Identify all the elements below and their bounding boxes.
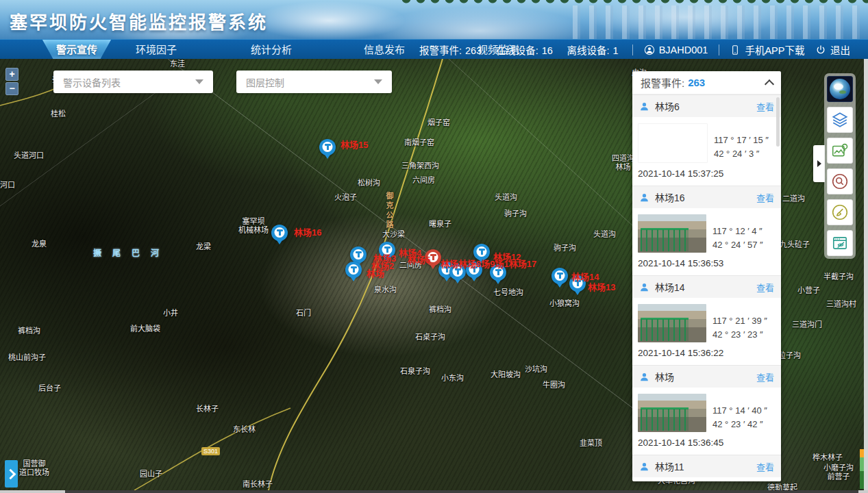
- alarm-events-panel: 报警事件: 263 林场6查看117 ° 17 ′ 15 ″42 ° 24 ′ …: [632, 71, 781, 481]
- chevron-down-icon: [195, 79, 203, 84]
- alarm-item-name: 林场11: [655, 459, 684, 473]
- chevron-right-icon: [5, 468, 16, 479]
- user-icon: [639, 101, 649, 112]
- map-marker-pin[interactable]: [271, 225, 288, 241]
- zoom-out-button[interactable]: −: [5, 82, 18, 95]
- alarm-item-name: 林场14: [655, 280, 685, 294]
- alarm-coordinates: 117 ° 21 ′ 39 ″42 ° 23 ′ 23 ″: [712, 304, 767, 342]
- alarm-coordinates: 117 ° 14 ′ 40 ″42 ° 23 ′ 42 ″: [712, 394, 767, 432]
- alarm-item-name: 林场6: [655, 99, 680, 113]
- alarm-item-header[interactable]: 林场14查看: [632, 275, 781, 298]
- user-icon: [639, 282, 649, 292]
- collapse-panel-icon[interactable]: [765, 79, 774, 88]
- map-marker-pin[interactable]: [345, 262, 362, 278]
- marker-label: 林场: [367, 266, 384, 279]
- marker-label: 林场5: [408, 253, 430, 266]
- basemap-globe-button[interactable]: [827, 76, 853, 102]
- alarm-item: 林场14查看117 ° 21 ′ 39 ″42 ° 23 ′ 23 ″2021-…: [632, 275, 781, 365]
- alarm-item-body: 117 ° 14 ′ 40 ″42 ° 23 ′ 42 ″: [632, 388, 781, 432]
- alarm-list: 林场6查看117 ° 17 ′ 15 ″42 ° 24 ′ 3 ″2021-10…: [632, 94, 781, 481]
- map-pin-icon: [831, 142, 849, 160]
- marker-label: 林场16: [294, 225, 321, 238]
- mini-scale-bar: [860, 449, 864, 489]
- arrow-right-icon: [817, 160, 821, 167]
- view-link[interactable]: 查看: [756, 370, 774, 383]
- alarm-thumbnail[interactable]: [638, 394, 706, 432]
- view-link[interactable]: 查看: [756, 191, 774, 204]
- alarm-item-header[interactable]: 林场查看: [632, 365, 781, 388]
- alarm-item-body: 117 ° 17 ′ 15 ″42 ° 24 ′ 3 ″: [632, 117, 781, 163]
- alarm-item-header[interactable]: 林场11查看: [632, 455, 781, 477]
- layer-control-dropdown[interactable]: 图层控制: [236, 71, 392, 93]
- clear-button[interactable]: [827, 199, 853, 225]
- alarm-item: 林场11查看117 ° 18 ′ 2 ″: [632, 455, 781, 481]
- alarm-item-body: 117 ° 21 ′ 39 ″42 ° 23 ′ 23 ″: [632, 298, 781, 342]
- layers-icon: [831, 111, 849, 129]
- alarm-panel-title: 报警事件:: [641, 75, 684, 90]
- chevron-down-icon: [374, 79, 382, 84]
- marker-label: 林场15: [340, 138, 368, 151]
- search-circle-icon: [831, 173, 849, 190]
- hide-window-button[interactable]: [827, 230, 853, 256]
- alarm-item-header[interactable]: 林场16查看: [632, 186, 781, 208]
- alarm-timestamp: 2021-10-14 15:37:25: [632, 163, 781, 186]
- marker-label: 林场林场8场9场1林场17: [441, 257, 536, 270]
- alarm-thumbnail[interactable]: [638, 214, 706, 253]
- alarm-timestamp: 2021-10-14 15:36:22: [632, 342, 781, 365]
- alarm-item-body: 117 ° 18 ′ 2 ″: [632, 477, 781, 481]
- user-icon: [639, 372, 649, 382]
- alarm-panel-header[interactable]: 报警事件: 263: [632, 71, 781, 94]
- layers-button[interactable]: [827, 107, 853, 133]
- alarm-item-body: 117 ° 12 ′ 4 ″42 ° 24 ′ 57 ″: [632, 208, 781, 253]
- app-window: 塞罕坝防火智能监控报警系统 警示宣传环境因子统计分析信息发布视频监测 报警事件:…: [0, 0, 868, 493]
- view-link[interactable]: 查看: [756, 100, 774, 113]
- alarm-item-name: 林场: [655, 370, 674, 383]
- marker-label: 林场13: [588, 280, 615, 293]
- user-icon: [639, 192, 649, 203]
- alarm-item: 林场16查看117 ° 12 ′ 4 ″42 ° 24 ′ 57 ″2021-1…: [632, 186, 781, 275]
- device-list-placeholder: 警示设备列表: [63, 75, 121, 89]
- zoom-in-button[interactable]: +: [5, 68, 18, 81]
- map-annotation-button[interactable]: [827, 138, 853, 164]
- map-toolbar: [824, 73, 856, 259]
- view-link[interactable]: 查看: [756, 460, 774, 473]
- alarm-item-header[interactable]: 林场6查看: [632, 94, 781, 117]
- toolbar-collapse-handle[interactable]: [813, 145, 825, 182]
- search-button[interactable]: [827, 168, 853, 194]
- alarm-item: 林场6查看117 ° 17 ′ 15 ″42 ° 24 ′ 3 ″2021-10…: [632, 94, 781, 186]
- alarm-timestamp: 2021-10-14 15:36:53: [632, 253, 781, 275]
- marker-label: 林场12: [493, 250, 521, 263]
- alarm-thumbnail[interactable]: [638, 304, 706, 342]
- alarm-item-name: 林场16: [655, 190, 685, 204]
- device-list-dropdown[interactable]: 警示设备列表: [53, 71, 213, 93]
- alarm-timestamp: 2021-10-14 15:36:45: [632, 432, 781, 455]
- alarm-count: 263: [688, 77, 705, 88]
- panel-scrollbar-thumb[interactable]: [776, 97, 780, 147]
- alarm-thumbnail[interactable]: [638, 123, 708, 163]
- view-link[interactable]: 查看: [756, 281, 774, 294]
- right-scroll-strip[interactable]: [864, 59, 868, 490]
- alarm-coordinates: 117 ° 12 ′ 4 ″42 ° 24 ′ 57 ″: [712, 214, 763, 253]
- alarm-item: 林场查看117 ° 14 ′ 40 ″42 ° 23 ′ 42 ″2021-10…: [632, 365, 781, 455]
- window-eye-off-icon: [831, 234, 849, 252]
- alarm-coordinates: 117 ° 17 ′ 15 ″42 ° 24 ′ 3 ″: [714, 123, 769, 163]
- map-marker-pin[interactable]: [350, 246, 367, 263]
- layer-control-placeholder: 图层控制: [246, 75, 284, 89]
- bottom-edge-bar: [0, 490, 868, 493]
- user-icon: [639, 462, 649, 472]
- broom-icon: [831, 203, 849, 221]
- map-zoom-control: + −: [5, 68, 18, 97]
- map-marker-pin[interactable]: [551, 268, 568, 284]
- map-marker-pin[interactable]: [319, 139, 336, 155]
- sidebar-expand-button[interactable]: [5, 460, 18, 488]
